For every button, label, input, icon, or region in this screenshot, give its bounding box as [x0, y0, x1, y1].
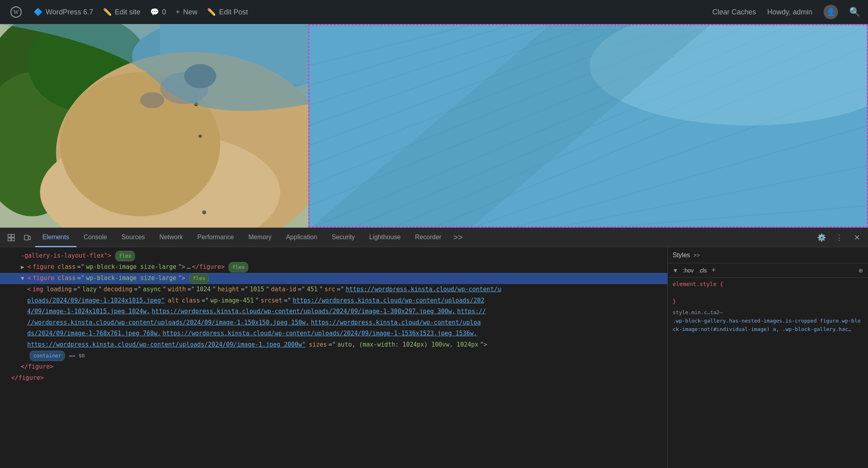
- style-selector-gallery: .wp-block-gallery.has-nested-images.is-c…: [673, 317, 863, 334]
- inspect-element-icon[interactable]: [3, 230, 19, 246]
- srcset-url3[interactable]: https://wordpress.kinsta.cloud/wp-conten…: [152, 307, 456, 317]
- src-url[interactable]: https://wordpress.kinsta.cloud/wp-conten…: [346, 284, 501, 295]
- howdy-link[interactable]: Howdy, admin: [767, 8, 812, 16]
- flex-badge-3[interactable]: flex: [189, 273, 209, 284]
- wp-icon: 🔷: [34, 8, 42, 16]
- edit-post-label: Edit Post: [219, 8, 248, 16]
- main-content-area: [0, 24, 868, 228]
- settings-icon[interactable]: ⚙️: [814, 230, 830, 246]
- wp-logo-icon[interactable]: W: [8, 4, 24, 20]
- srcset-url2[interactable]: 4/09/image-1-1024x1015.jpeg 1024w,: [27, 307, 150, 317]
- figure-class-value: wp-block-image size-large: [86, 262, 177, 272]
- tab-application[interactable]: Application: [279, 228, 324, 247]
- srcset-url9[interactable]: https://wordpress.kinsta.cloud/wp-conten…: [27, 340, 305, 350]
- style-source-link[interactable]: style.min.c…ta2–: [673, 309, 863, 315]
- srcset-url1[interactable]: https://wordpress.kinsta.cloud/wp-conten…: [293, 296, 484, 306]
- dom-line-figure2[interactable]: < figure class =" wp-block-image size-la…: [0, 273, 667, 284]
- svg-rect-39: [24, 235, 28, 240]
- dom-line-img2[interactable]: ploads/2024/09/image-1-1024x1015.jpeg" a…: [0, 295, 667, 307]
- tab-recorder[interactable]: Recorder: [408, 228, 449, 247]
- new-item[interactable]: + New: [176, 8, 198, 16]
- edit-site-icon: ✏️: [103, 8, 112, 16]
- clear-caches-link[interactable]: Clear Caches: [712, 8, 756, 16]
- close-devtools-icon[interactable]: ✕: [849, 230, 865, 246]
- dom-line-srcset4[interactable]: https://wordpress.kinsta.cloud/wp-conten…: [0, 339, 667, 351]
- loading-attr: loading: [46, 284, 72, 295]
- comments-item[interactable]: 💬 0: [150, 8, 166, 16]
- edit-site-item[interactable]: ✏️ Edit site: [103, 8, 141, 16]
- svg-point-12: [140, 92, 164, 108]
- tab-network[interactable]: Network: [152, 228, 190, 247]
- style-rule-gallery: style.min.c…ta2– .wp-block-gallery.has-n…: [673, 309, 863, 334]
- search-icon[interactable]: 🔍: [849, 7, 860, 17]
- ocean-image-right: [308, 24, 868, 228]
- style-rule-element: element.style { }: [673, 281, 863, 305]
- styles-expand-icon[interactable]: >>: [693, 252, 700, 258]
- styles-panel: Styles >> ▼ :hov .cls + ⊕ element.style …: [668, 247, 868, 468]
- more-options-icon[interactable]: ⋮: [831, 230, 847, 246]
- srcset-url7[interactable]: ds/2024/09/image-1-768x761.jpeg 768w,: [27, 329, 161, 339]
- tab-lighthouse[interactable]: Lighthouse: [362, 228, 408, 247]
- devtools-toolbar: Elements Console Sources Network Perform…: [0, 228, 868, 247]
- srcset-url5[interactable]: //wordpress.kinsta.cloud/wp-content/uplo…: [27, 318, 309, 328]
- tab-elements[interactable]: Elements: [35, 228, 76, 247]
- avatar[interactable]: 👤: [824, 5, 838, 19]
- decoding-value: async: [143, 284, 161, 295]
- wp-version-item[interactable]: 🔷 WordPress 6.7: [34, 8, 93, 16]
- decoding-attr: decoding: [104, 284, 133, 295]
- alt-attr: alt: [168, 296, 179, 306]
- tab-memory[interactable]: Memory: [241, 228, 279, 247]
- svg-rect-40: [28, 236, 30, 240]
- tab-elements-label: Elements: [42, 234, 69, 241]
- dom-line-figure1[interactable]: < figure class =" wp-block-image size-la…: [0, 262, 667, 273]
- tab-security[interactable]: Security: [324, 228, 362, 247]
- eq-dollar: == $0: [69, 351, 84, 360]
- flex-badge-2[interactable]: flex: [229, 262, 248, 272]
- dom-panel[interactable]: -gallery-is-layout-flex"> flex < figure …: [0, 247, 668, 468]
- svg-rect-36: [12, 234, 14, 237]
- new-style-icon[interactable]: ⊕: [858, 267, 863, 274]
- ocean-svg: [309, 25, 868, 228]
- dom-line-srcset1[interactable]: 4/09/image-1-1024x1015.jpeg 1024w, https…: [0, 306, 667, 317]
- tab-console-label: Console: [84, 234, 107, 241]
- figure-class-attr: class: [58, 262, 76, 272]
- add-style-icon[interactable]: +: [711, 266, 716, 274]
- sizes-attr: sizes: [309, 340, 327, 350]
- close-figure2-tag: </figure>: [11, 373, 44, 383]
- wp-version-label: WordPress 6.7: [46, 8, 93, 16]
- hov-button[interactable]: :hov: [683, 267, 693, 274]
- dom-line-gallery[interactable]: -gallery-is-layout-flex"> flex: [0, 250, 667, 262]
- svg-rect-37: [8, 238, 11, 241]
- cls-button[interactable]: .cls: [698, 267, 707, 274]
- dom-line-srcset3[interactable]: ds/2024/09/image-1-768x761.jpeg 768w, ht…: [0, 328, 667, 339]
- more-tabs-button[interactable]: >>: [448, 233, 467, 242]
- dom-line-close-figure1[interactable]: </figure>: [0, 361, 667, 373]
- comments-icon: 💬: [150, 8, 159, 16]
- edit-post-item[interactable]: ✏️ Edit Post: [207, 8, 248, 16]
- sizes-value: auto, (max-width: 1024px) 100vw, 1024px: [338, 340, 478, 350]
- tab-sources[interactable]: Sources: [114, 228, 152, 247]
- container-badge[interactable]: container: [30, 351, 65, 361]
- ellipsis: …: [187, 262, 191, 272]
- srcset-url8[interactable]: https://wordpress.kinsta.cloud/wp-conten…: [163, 329, 477, 339]
- flex-badge[interactable]: flex: [115, 251, 135, 261]
- collapse-triangle-1[interactable]: [21, 262, 24, 272]
- tab-performance[interactable]: Performance: [190, 228, 241, 247]
- device-toolbar-icon[interactable]: [19, 230, 35, 246]
- height-attr: height: [217, 284, 239, 295]
- dom-line-container[interactable]: container == $0: [0, 350, 667, 361]
- figure-tag-name: figure: [32, 262, 54, 272]
- beach-image-left: [0, 24, 308, 228]
- collapse-triangle-2[interactable]: [21, 274, 24, 283]
- attr-close: ">: [178, 262, 185, 272]
- src-url-cont[interactable]: ploads/2024/09/image-1-1024x1015.jpeg": [27, 296, 165, 306]
- srcset-url6[interactable]: https://wordpress.kinsta.cloud/wp-conten…: [311, 318, 480, 328]
- figure-tag-open: <: [27, 262, 31, 272]
- dom-line-srcset2[interactable]: //wordpress.kinsta.cloud/wp-content/uplo…: [0, 317, 667, 329]
- img-tag-name: img: [32, 284, 43, 295]
- srcset-url4[interactable]: https://: [457, 307, 486, 317]
- dom-line-close-figure2[interactable]: </figure>: [0, 373, 667, 384]
- tab-console[interactable]: Console: [76, 228, 115, 247]
- dom-line-img1[interactable]: < img loading =" lazy " decoding =" asyn…: [0, 284, 667, 295]
- width-attr: width: [168, 284, 186, 295]
